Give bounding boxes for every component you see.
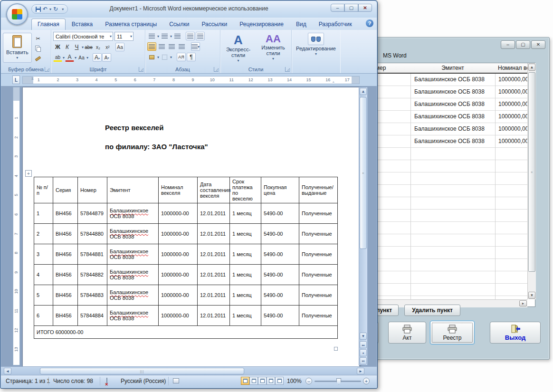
decrease-indent-icon[interactable] (186, 32, 195, 40)
vertical-scrollbar[interactable]: ▲ ≡ ▼ ▴▴ ● ▾▾ (359, 87, 368, 365)
change-styles-button[interactable]: AA Изменить стили ▾ (257, 33, 289, 64)
act-button[interactable]: Акт (388, 322, 426, 344)
undo-icon[interactable]: ↶ (43, 6, 48, 12)
borders-dropdown-icon[interactable]: ▾ (170, 55, 172, 59)
maximize-button[interactable]: ▢ (344, 4, 358, 12)
help-button[interactable]: ? (366, 19, 373, 27)
strikethrough-button[interactable]: abe (84, 43, 93, 51)
tab-vid[interactable]: Вид (290, 19, 313, 30)
multilevel-list-icon[interactable] (173, 32, 182, 40)
tab-ssylki[interactable]: Ссылки (163, 19, 195, 30)
qat-customize-icon[interactable]: ▾ (62, 7, 64, 11)
paste-button[interactable]: Вставить ▾ (3, 33, 32, 63)
minimize-button[interactable]: – (501, 40, 515, 49)
cut-icon[interactable]: ✂ (34, 34, 43, 43)
bullets-dropdown-icon[interactable]: ▾ (157, 34, 159, 38)
column-header-nominal[interactable]: Номинал ве (498, 65, 530, 71)
zoom-in-icon[interactable]: + (363, 378, 370, 384)
zoom-slider-track[interactable] (315, 381, 361, 382)
previous-page-icon[interactable]: ▴▴ (360, 341, 367, 348)
italic-button[interactable]: К (63, 43, 72, 51)
numbering-dropdown-icon[interactable]: ▾ (170, 34, 172, 38)
font-name-combo[interactable]: Calibri (Основной те ▾ (53, 32, 113, 41)
document-page[interactable]: Реестр векселей по филиалу: ЗАО "Ласточк… (22, 87, 360, 366)
paragraph-dialog-launcher[interactable]: ◿ (214, 67, 219, 72)
fullscreen-view-button[interactable] (249, 377, 258, 385)
align-center-button[interactable] (157, 42, 166, 51)
close-button[interactable]: ✕ (358, 4, 372, 12)
bullets-icon[interactable] (147, 32, 156, 40)
shrink-font-button[interactable]: А▾ (102, 53, 111, 62)
zoom-level[interactable]: 100% (287, 378, 302, 384)
tab-recenzirovanie[interactable]: Рецензирование (233, 19, 290, 30)
table-move-handle[interactable]: + (25, 170, 32, 177)
justify-button[interactable] (177, 42, 186, 51)
registry-button[interactable]: Реестр (430, 321, 475, 344)
underline-button[interactable]: Ч (72, 43, 81, 51)
print-layout-view-button[interactable] (241, 377, 249, 385)
shading-bucket-icon[interactable] (147, 53, 156, 61)
sort-button[interactable]: АЯ (177, 53, 186, 61)
select-browse-object-icon[interactable]: ● (360, 349, 367, 356)
font-dialog-launcher[interactable]: ◿ (139, 67, 143, 72)
outline-view-button[interactable] (267, 377, 275, 385)
font-size-combo[interactable]: 11 ▾ (114, 32, 133, 41)
format-painter-icon[interactable] (34, 54, 43, 63)
tab-razmetka[interactable]: Разметка страницы (99, 19, 163, 30)
editing-button[interactable]: Редактирование ▾ (294, 32, 338, 57)
copy-icon[interactable] (34, 44, 43, 53)
grid-vertical-scrollbar[interactable]: ▲ ≡ ▼ (527, 63, 536, 299)
scroll-left-icon[interactable]: ◄ (4, 368, 11, 374)
office-button[interactable] (6, 3, 28, 25)
next-page-icon[interactable]: ▾▾ (360, 357, 367, 364)
underline-dropdown-icon[interactable]: ▾ (82, 45, 84, 49)
change-case-button[interactable]: Аа (77, 53, 86, 62)
remove-item-button[interactable]: Удалить пункт (404, 305, 460, 316)
horizontal-scrollbar[interactable]: ◄ ||| ► (1, 366, 377, 375)
quick-styles-button[interactable]: A Экспресс-стили ▾ (222, 33, 254, 64)
font-color-button[interactable]: А (65, 53, 74, 62)
scroll-right-icon[interactable]: ► (357, 368, 364, 374)
font-color-dropdown-icon[interactable]: ▾ (75, 56, 76, 60)
zoom-out-icon[interactable]: – (305, 378, 312, 384)
scroll-down-icon[interactable]: ▼ (528, 292, 535, 299)
table-resize-handle[interactable] (334, 347, 338, 351)
tab-razrabotchik[interactable]: Разработчик (313, 19, 358, 30)
highlight-dropdown-icon[interactable]: ▾ (63, 56, 65, 60)
draft-view-button[interactable] (275, 377, 284, 385)
save-icon[interactable] (36, 7, 41, 12)
scroll-right-icon[interactable]: ▸ (519, 300, 527, 306)
bold-button[interactable]: Ж (53, 43, 62, 51)
change-case-dropdown-icon[interactable]: ▾ (86, 56, 88, 60)
proofing-errors-icon[interactable] (106, 378, 107, 385)
indent-marker-left[interactable]: ⧖ (31, 77, 36, 81)
scroll-up-icon[interactable]: ▲ (528, 64, 535, 71)
minimize-button[interactable]: – (331, 4, 344, 12)
redo-icon[interactable]: ↻ (53, 6, 58, 12)
page-indicator[interactable]: Страница: 1 из 1 (6, 378, 50, 384)
scroll-up-icon[interactable]: ▲ (360, 88, 367, 95)
tab-glavnaya[interactable]: Главная (31, 19, 66, 30)
superscript-button[interactable]: x² (103, 43, 112, 51)
clipboard-dialog-launcher[interactable]: ◿ (45, 67, 49, 72)
align-left-button[interactable] (147, 42, 156, 51)
undo-dropdown-icon[interactable]: ▾ (49, 7, 51, 11)
exit-button[interactable]: Выход (490, 322, 541, 344)
numbering-icon[interactable] (160, 32, 169, 40)
grow-font-button[interactable]: А▴ (93, 53, 102, 62)
scrollbar-thumb[interactable]: ≡ (528, 72, 535, 272)
borders-icon[interactable] (160, 53, 169, 61)
word-window[interactable]: Документ1 - Microsoft Word некоммерческо… (0, 0, 378, 389)
close-button[interactable]: ✕ (531, 40, 545, 49)
subscript-button[interactable]: x₂ (94, 43, 103, 51)
language-indicator[interactable]: Русский (Россия) (121, 378, 166, 384)
maximize-button[interactable]: ▢ (516, 40, 530, 49)
word-count[interactable]: Число слов: 98 (53, 378, 93, 384)
align-right-button[interactable] (167, 42, 176, 51)
tab-vstavka[interactable]: Вставка (66, 19, 99, 30)
styles-dialog-launcher[interactable]: ◿ (285, 67, 290, 72)
line-spacing-button[interactable]: ▾ (191, 42, 200, 51)
web-layout-view-button[interactable] (258, 377, 267, 385)
scrollbar-thumb[interactable]: ≡ (360, 97, 367, 249)
column-header-emitent[interactable]: Эмитент (410, 65, 495, 71)
